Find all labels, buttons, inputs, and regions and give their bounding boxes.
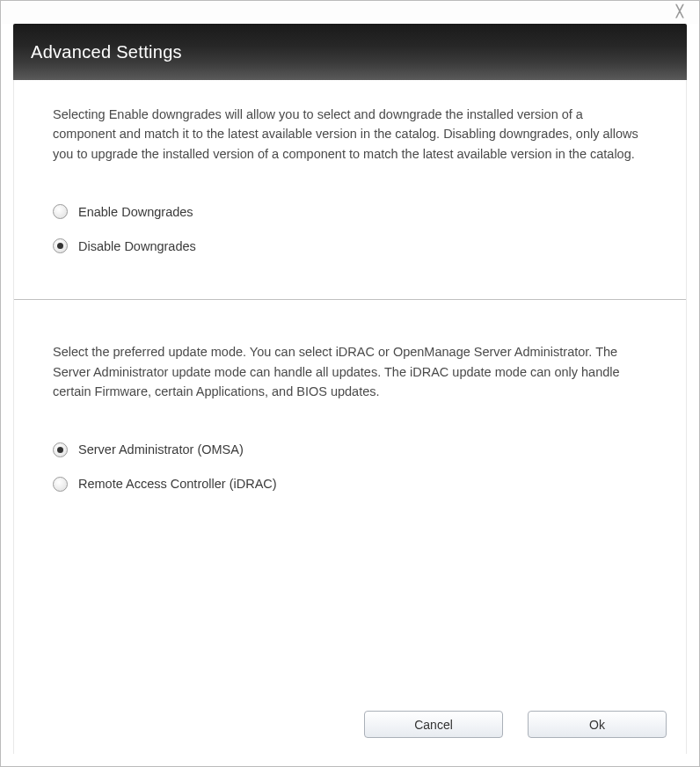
radio-icon bbox=[53, 477, 68, 492]
radio-icon bbox=[53, 204, 68, 219]
radio-disable-downgrades[interactable]: Disable Downgrades bbox=[53, 238, 647, 253]
dialog-content: Selecting Enable downgrades will allow y… bbox=[13, 80, 687, 754]
dialog-window: ╳ Advanced Settings Selecting Enable dow… bbox=[0, 0, 700, 767]
radio-icon bbox=[53, 238, 68, 253]
update-mode-section: Select the preferred update mode. You ca… bbox=[14, 300, 686, 537]
downgrades-description: Selecting Enable downgrades will allow y… bbox=[53, 105, 647, 164]
ok-button[interactable]: Ok bbox=[528, 711, 667, 738]
update-mode-description: Select the preferred update mode. You ca… bbox=[53, 342, 647, 401]
dialog-title: Advanced Settings bbox=[31, 42, 182, 62]
radio-label: Disable Downgrades bbox=[78, 239, 196, 253]
radio-label: Remote Access Controller (iDRAC) bbox=[78, 477, 277, 491]
radio-remote-access-controller[interactable]: Remote Access Controller (iDRAC) bbox=[53, 477, 647, 492]
cancel-button[interactable]: Cancel bbox=[364, 711, 503, 738]
dialog-header: Advanced Settings bbox=[13, 24, 687, 80]
downgrades-section: Selecting Enable downgrades will allow y… bbox=[14, 80, 686, 299]
radio-server-administrator[interactable]: Server Administrator (OMSA) bbox=[53, 442, 647, 457]
close-icon[interactable]: ╳ bbox=[673, 6, 687, 18]
titlebar: ╳ bbox=[1, 1, 699, 24]
radio-label: Enable Downgrades bbox=[78, 205, 193, 219]
radio-enable-downgrades[interactable]: Enable Downgrades bbox=[53, 204, 647, 219]
radio-label: Server Administrator (OMSA) bbox=[78, 442, 244, 457]
radio-icon bbox=[53, 442, 68, 457]
dialog-footer: Cancel Ok bbox=[14, 698, 686, 754]
